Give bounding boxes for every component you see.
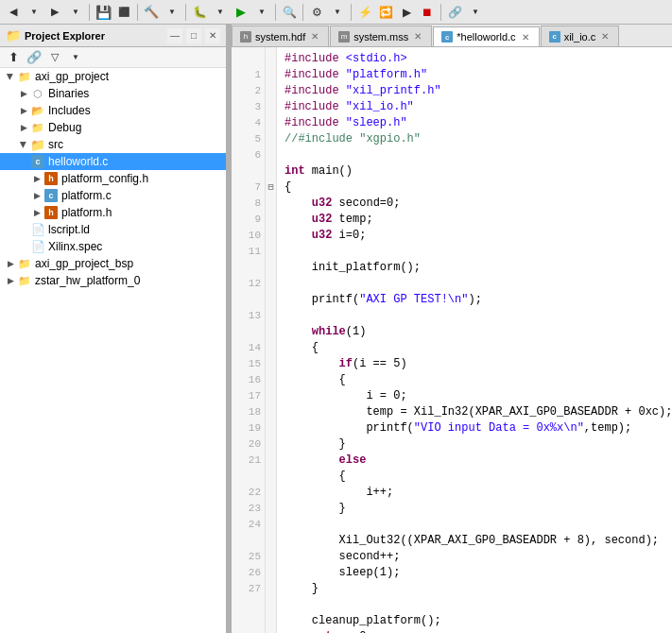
tree-item-label: src — [48, 138, 63, 151]
sep7 — [440, 4, 441, 21]
ld-file-icon: 📄 — [30, 222, 45, 237]
search-button[interactable]: 🔍 — [280, 3, 299, 22]
minimize-panel-button[interactable]: — — [167, 28, 182, 43]
expand-arrow: ▶ — [17, 121, 30, 134]
tree-item-axi-gp-project[interactable]: ▶ 📁 axi_gp_project — [0, 68, 226, 85]
expand-arrow: ▶ — [4, 70, 17, 83]
tree-item-debug[interactable]: ▶ 📁 Debug — [0, 119, 226, 136]
stop-button[interactable]: ⏹ — [418, 3, 437, 22]
panel-header: 📁 Project Explorer — □ ✕ — [0, 25, 226, 47]
link-editor-button[interactable]: 🔗 — [25, 48, 43, 67]
project-explorer-panel: 📁 Project Explorer — □ ✕ ⬆ 🔗 ▽ ▼ ▶ 📁 axi… — [0, 25, 227, 633]
tab-label: system.mss — [353, 31, 408, 43]
maximize-panel-button[interactable]: □ — [186, 28, 201, 43]
debug-folder-icon: 📁 — [30, 120, 45, 135]
editor-panel: h system.hdf ✕ m system.mss ✕ c *hellowo… — [232, 25, 672, 633]
fold-gutter: ⊟ — [266, 47, 277, 633]
tab-close-button[interactable]: ✕ — [599, 31, 611, 43]
prog-button3[interactable]: ▶ — [397, 3, 416, 22]
tab-close-button[interactable]: ✕ — [412, 31, 423, 43]
tree-item-label: axi_gp_project — [35, 70, 109, 83]
tree-item-lscript-ld[interactable]: 📄 lscript.ld — [0, 221, 226, 238]
tree-item-src[interactable]: ▶ 📁 src — [0, 136, 226, 153]
sep2 — [137, 4, 138, 21]
tab-close-button[interactable]: ✕ — [520, 31, 531, 43]
tree-item-label: zstar_hw_platform_0 — [35, 274, 140, 287]
tree-item-binaries[interactable]: ▶ ⬡ Binaries — [0, 85, 226, 102]
code-editor[interactable]: 1 2 3 4 5 6 7 8 9 10 11 12 13 — [232, 47, 672, 633]
close-panel-button[interactable]: ✕ — [205, 28, 220, 43]
build-button[interactable]: 🔨 — [142, 3, 161, 22]
expand-arrow: ▶ — [30, 189, 43, 202]
debug-button[interactable]: 🐛 — [190, 3, 209, 22]
prog-button2[interactable]: 🔁 — [376, 3, 395, 22]
sep4 — [275, 4, 276, 21]
tree-item-xilinx-spec[interactable]: 📄 Xilinx.spec — [0, 238, 226, 255]
project-icon: 📁 — [6, 28, 21, 43]
tree-item-platform-h[interactable]: ▶ h platform.h — [0, 204, 226, 221]
sep1 — [89, 4, 90, 21]
expand-arrow: ▶ — [17, 138, 30, 151]
tab-close-button[interactable]: ✕ — [309, 31, 320, 43]
main-toolbar: ◀ ▼ ▶ ▼ 💾 ⬛ 🔨 ▼ 🐛 ▼ ▶ ▼ 🔍 ⚙ ▼ ⚡ 🔁 ▶ ⏹ 🔗 … — [0, 0, 672, 25]
run-dropdown[interactable]: ▼ — [252, 3, 271, 22]
connect-button[interactable]: 🔗 — [445, 3, 464, 22]
expand-arrow: ▶ — [17, 104, 30, 117]
filter-button[interactable]: ▽ — [45, 48, 64, 67]
back-button[interactable]: ◀ — [4, 3, 23, 22]
includes-icon: 📂 — [30, 103, 45, 118]
tree-item-label: helloworld.c — [48, 155, 108, 168]
panel-title: Project Explorer — [25, 30, 164, 42]
settings-dropdown[interactable]: ▼ — [328, 3, 347, 22]
project-icon: 📁 — [17, 69, 32, 84]
tab-label: system.hdf — [255, 31, 305, 43]
tab-icon: c — [549, 30, 560, 43]
view-menu-button[interactable]: ▼ — [66, 48, 85, 67]
prog-button[interactable]: ⚡ — [355, 3, 374, 22]
expand-arrow: ▶ — [4, 274, 17, 287]
tree-item-platform-c[interactable]: ▶ c platform.c — [0, 187, 226, 204]
sep5 — [302, 4, 303, 21]
debug-dropdown[interactable]: ▼ — [211, 3, 230, 22]
tree-item-label: Includes — [48, 104, 91, 117]
save-all-button[interactable]: ⬛ — [114, 3, 133, 22]
target-dropdown[interactable]: ▼ — [466, 3, 485, 22]
tree-item-includes[interactable]: ▶ 📂 Includes — [0, 102, 226, 119]
platform-icon: 📁 — [17, 273, 32, 288]
tree-item-helloworld-c[interactable]: c helloworld.c — [0, 153, 226, 170]
c-file-icon: c — [30, 154, 45, 169]
tab-icon: h — [240, 31, 251, 43]
tab-system-mss[interactable]: m system.mss ✕ — [330, 26, 432, 46]
back-dropdown[interactable]: ▼ — [25, 3, 43, 22]
tab-label: *helloworld.c — [457, 31, 515, 43]
code-text[interactable]: #include <stdio.h> #include "platform.h"… — [277, 47, 672, 633]
h-file-icon: h — [43, 205, 59, 220]
expand-arrow: ▶ — [17, 87, 30, 100]
tree-item-bsp[interactable]: ▶ 📁 axi_gp_project_bsp — [0, 255, 226, 272]
tab-system-hdf[interactable]: h system.hdf ✕ — [232, 26, 329, 46]
tab-helloworld-c[interactable]: c *helloworld.c ✕ — [433, 26, 539, 47]
settings-button[interactable]: ⚙ — [307, 3, 326, 22]
tree-item-label: axi_gp_project_bsp — [35, 257, 133, 270]
c-file-icon: c — [43, 188, 59, 203]
expand-arrow: ▶ — [4, 257, 17, 270]
collapse-all-button[interactable]: ⬆ — [4, 48, 23, 67]
tab-bar: h system.hdf ✕ m system.mss ✕ c *hellowo… — [232, 25, 672, 47]
fold-marker[interactable]: ⊟ — [266, 180, 276, 196]
binaries-icon: ⬡ — [30, 86, 45, 101]
tab-icon: c — [441, 31, 453, 43]
save-button[interactable]: 💾 — [94, 3, 112, 22]
tree-item-label: platform_config.h — [61, 172, 148, 185]
tree-item-label: Xilinx.spec — [48, 240, 102, 253]
spec-file-icon: 📄 — [30, 239, 45, 254]
tree-item-platform[interactable]: ▶ 📁 zstar_hw_platform_0 — [0, 272, 226, 289]
project-tree: ▶ 📁 axi_gp_project ▶ ⬡ Binaries ▶ 📂 Incl… — [0, 68, 226, 633]
forward-dropdown[interactable]: ▼ — [66, 3, 85, 22]
run-button[interactable]: ▶ — [232, 3, 250, 22]
tab-xil-io-c[interactable]: c xil_io.c ✕ — [541, 26, 620, 46]
forward-button[interactable]: ▶ — [45, 3, 64, 22]
src-folder-icon: 📁 — [30, 137, 45, 152]
build-dropdown[interactable]: ▼ — [163, 3, 181, 22]
tree-item-platform-config-h[interactable]: ▶ h platform_config.h — [0, 170, 226, 187]
tree-item-label: lscript.ld — [48, 223, 90, 236]
